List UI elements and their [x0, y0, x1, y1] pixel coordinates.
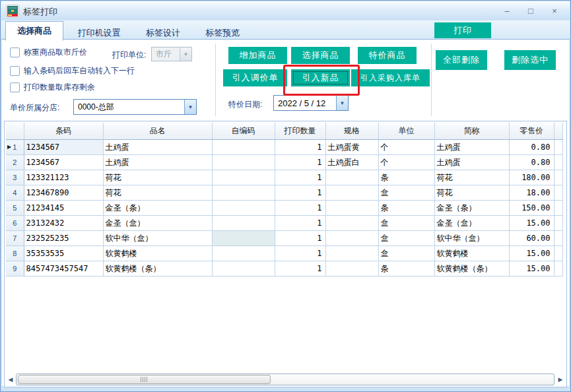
cell-short_name[interactable]: 软黄鹤楼 [434, 246, 509, 261]
cell-price[interactable]: 0.80 [509, 140, 554, 155]
cell-self_code[interactable] [212, 170, 275, 185]
cell-self_code[interactable] [212, 185, 275, 201]
cell-name[interactable]: 金圣（条） [103, 201, 212, 216]
tab-label-preview[interactable]: 标签预览 [194, 24, 251, 41]
cell-qty[interactable]: 1 [275, 201, 325, 216]
cell-short_name[interactable]: 土鸡蛋 [434, 140, 509, 155]
minimize-icon[interactable]: – [501, 5, 513, 16]
cell-barcode[interactable]: 232525235 [24, 231, 103, 246]
row-header[interactable]: 7 [6, 231, 24, 246]
cell-name[interactable]: 软黄鹤楼 [103, 246, 212, 261]
row-header[interactable]: 9 [6, 261, 24, 277]
cell-short_name[interactable]: 金圣（盒） [434, 216, 509, 231]
scroll-left-icon[interactable]: ◀ [6, 373, 15, 385]
row-header[interactable]: 4 [6, 185, 24, 201]
import-price-adjust-button[interactable]: 引入调价单 [223, 69, 287, 86]
cell-self_code[interactable] [212, 201, 275, 216]
col-header-unit[interactable]: 单位 [378, 123, 434, 140]
cell-self_code[interactable] [212, 231, 275, 246]
row-header[interactable]: 1▶ [6, 140, 24, 155]
cell-barcode[interactable]: 35353535 [24, 246, 103, 261]
cell-short_name[interactable]: 土鸡蛋 [434, 155, 509, 170]
cell-spec[interactable] [325, 261, 378, 277]
tab-select-goods[interactable]: 选择商品 [5, 21, 63, 41]
row-header-corner[interactable] [6, 123, 24, 140]
import-purchase-button[interactable]: 引入采购入库单 [351, 69, 430, 86]
horizontal-scrollbar[interactable]: ◀ ▶ [6, 373, 565, 385]
cell-name[interactable]: 荷花 [103, 170, 212, 185]
cell-self_code[interactable] [212, 216, 275, 231]
special-date-picker[interactable]: 2022 / 5 / 12 ▼ [273, 95, 349, 111]
cell-price[interactable]: 60.00 [509, 231, 554, 246]
cell-spec[interactable] [325, 216, 378, 231]
col-header-spec[interactable]: 规格 [325, 123, 378, 140]
cell-barcode[interactable]: 23132432 [24, 216, 103, 231]
cell-spec[interactable] [325, 185, 378, 201]
checkbox-qty-stock[interactable] [10, 82, 20, 92]
scrollbar-thumb[interactable] [18, 375, 271, 384]
col-header-shortname[interactable]: 简称 [434, 123, 509, 140]
scrollbar-track[interactable] [16, 374, 554, 385]
cell-unit[interactable]: 条 [378, 261, 434, 277]
maximize-icon[interactable]: □ [525, 5, 537, 16]
delete-selected-button[interactable]: 删除选中 [504, 50, 556, 70]
cell-unit[interactable]: 个 [378, 155, 434, 170]
cell-name[interactable]: 土鸡蛋 [103, 155, 212, 170]
cell-price[interactable]: 15.00 [509, 246, 554, 261]
cell-qty[interactable]: 1 [275, 185, 325, 201]
checkbox-barcode-enter[interactable] [10, 66, 20, 76]
cell-short_name[interactable]: 金圣（条） [434, 201, 509, 216]
cell-name[interactable]: 软中华（盒） [103, 231, 212, 246]
cell-unit[interactable]: 盒 [378, 185, 434, 201]
cell-price[interactable]: 18.00 [509, 185, 554, 201]
cell-unit[interactable]: 盒 [378, 231, 434, 246]
cell-name[interactable]: 软黄鹤楼（条） [103, 261, 212, 277]
cell-self_code[interactable] [212, 246, 275, 261]
cell-short_name[interactable]: 软中华（盒） [434, 231, 509, 246]
cell-spec[interactable]: 土鸡蛋黄 [325, 140, 378, 155]
cell-unit[interactable]: 盒 [378, 216, 434, 231]
col-header-selfcode[interactable]: 自编码 [212, 123, 275, 140]
cell-price[interactable]: 180.00 [509, 170, 554, 185]
cell-spec[interactable] [325, 170, 378, 185]
cell-unit[interactable]: 个 [378, 140, 434, 155]
col-header-qty[interactable]: 打印数量 [275, 123, 325, 140]
cell-qty[interactable]: 1 [275, 231, 325, 246]
cell-unit[interactable]: 条 [378, 170, 434, 185]
cell-unit[interactable]: 盒 [378, 246, 434, 261]
scroll-right-icon[interactable]: ▶ [556, 373, 565, 385]
close-icon[interactable]: × [549, 5, 560, 16]
cell-price[interactable]: 0.80 [509, 155, 554, 170]
cell-qty[interactable]: 1 [275, 155, 325, 170]
cell-qty[interactable]: 1 [275, 216, 325, 231]
row-header[interactable]: 2 [6, 155, 24, 170]
cell-spec[interactable] [325, 201, 378, 216]
cell-price[interactable]: 15.00 [509, 216, 554, 231]
col-header-price[interactable]: 零售价 [509, 123, 554, 140]
col-header-name[interactable]: 品名 [103, 123, 212, 140]
cell-spec[interactable] [325, 246, 378, 261]
row-header[interactable]: 8 [6, 246, 24, 261]
cell-barcode[interactable]: 123467890 [24, 185, 103, 201]
cell-qty[interactable]: 1 [275, 140, 325, 155]
print-button[interactable]: 打印 [434, 22, 491, 38]
cell-qty[interactable]: 1 [275, 261, 325, 277]
cell-price[interactable]: 15.00 [509, 261, 554, 277]
cell-barcode[interactable]: 1234567 [24, 155, 103, 170]
special-goods-button[interactable]: 特价商品 [358, 47, 417, 64]
cell-short_name[interactable]: 荷花 [434, 170, 509, 185]
chevron-down-icon[interactable]: ▼ [184, 100, 196, 114]
cell-short_name[interactable]: 荷花 [434, 185, 509, 201]
row-header[interactable]: 6 [6, 216, 24, 231]
add-goods-button[interactable]: 增加商品 [228, 47, 287, 64]
cell-name[interactable]: 荷花 [103, 185, 212, 201]
cell-barcode[interactable]: 123321123 [24, 170, 103, 185]
tab-label-design[interactable]: 标签设计 [135, 24, 191, 41]
row-header[interactable]: 3 [6, 170, 24, 185]
import-new-goods-button[interactable]: 引入新品 [291, 69, 350, 86]
choose-goods-button[interactable]: 选择商品 [291, 47, 350, 64]
cell-spec[interactable] [325, 231, 378, 246]
tab-printer-settings[interactable]: 打印机设置 [66, 24, 131, 41]
cell-self_code[interactable] [212, 155, 275, 170]
cell-barcode[interactable]: 8457473457547 [24, 261, 103, 277]
